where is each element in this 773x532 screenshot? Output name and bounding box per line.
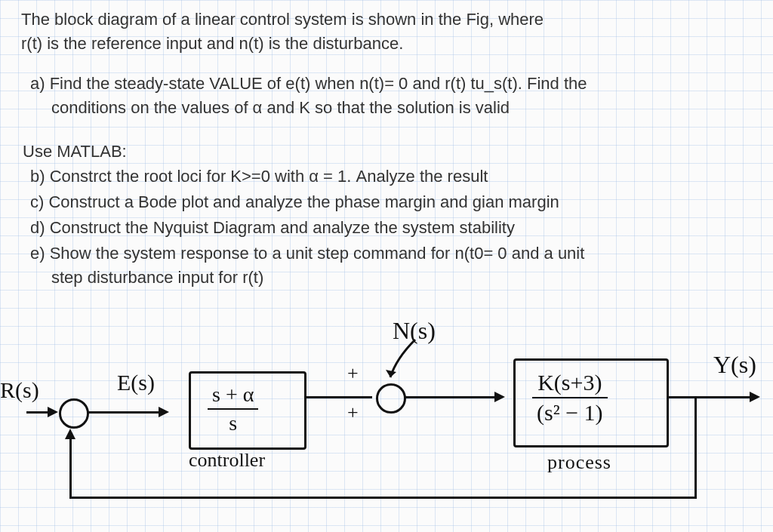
controller-block: s + α s bbox=[189, 371, 306, 450]
sum-junction-1 bbox=[59, 398, 89, 429]
signal-e-label: E(s) bbox=[117, 370, 155, 395]
controller-tf: s + α s bbox=[208, 383, 258, 435]
feedback-v2 bbox=[69, 438, 72, 498]
arrow-r-head bbox=[48, 407, 58, 417]
use-matlab: Use MATLAB: bbox=[23, 140, 581, 164]
controller-label: controller bbox=[189, 449, 265, 472]
controller-num: s + α bbox=[208, 383, 258, 410]
item-d: d) Construct the Nyquist Diagram and ana… bbox=[51, 216, 581, 240]
arrow-ctrl-line bbox=[304, 396, 372, 398]
process-block: K(s+3) (s² − 1) bbox=[513, 358, 669, 447]
intro-text: The block diagram of a linear control sy… bbox=[21, 10, 544, 53]
item-c: c) Construct a Bode plot and analyze the… bbox=[51, 190, 565, 214]
process-label: process bbox=[547, 451, 611, 474]
problem-list: a) Find the steady-state VALUE of e(t) w… bbox=[23, 72, 581, 121]
arrow-y-head bbox=[750, 392, 760, 402]
process-tf: K(s+3) (s² − 1) bbox=[532, 370, 608, 426]
problem-intro: The block diagram of a linear control sy… bbox=[21, 8, 550, 56]
item-e: e) Show the system response to a unit st… bbox=[51, 241, 595, 290]
arrow-to-proc-head bbox=[494, 392, 505, 402]
arrow-e-head bbox=[159, 407, 169, 417]
feedback-v1 bbox=[694, 396, 697, 498]
arrow-to-proc-line bbox=[404, 396, 498, 398]
feedback-h bbox=[69, 497, 697, 499]
sum2-plus-top: + bbox=[347, 362, 359, 385]
signal-r-label: R(s) bbox=[0, 377, 39, 403]
item-b: b) Constrct the root loci for K>=0 with … bbox=[51, 165, 581, 189]
sum2-plus-bottom: + bbox=[347, 401, 359, 424]
process-num: K(s+3) bbox=[532, 370, 608, 398]
arrow-e-line bbox=[87, 411, 162, 414]
process-den: (s² − 1) bbox=[532, 398, 608, 426]
item-a: a) Find the steady-state VALUE of e(t) w… bbox=[51, 72, 595, 120]
arrow-n-icon bbox=[381, 340, 427, 389]
items-bcde: b) Constrct the root loci for K>=0 with … bbox=[23, 165, 581, 291]
arrow-y-line bbox=[667, 396, 753, 398]
feedback-arrowhead bbox=[65, 429, 75, 439]
controller-den: s bbox=[208, 410, 258, 435]
block-diagram: R(s) E(s) s + α s controller + + N(s) K(… bbox=[0, 317, 773, 528]
signal-y-label: Y(s) bbox=[713, 351, 756, 379]
